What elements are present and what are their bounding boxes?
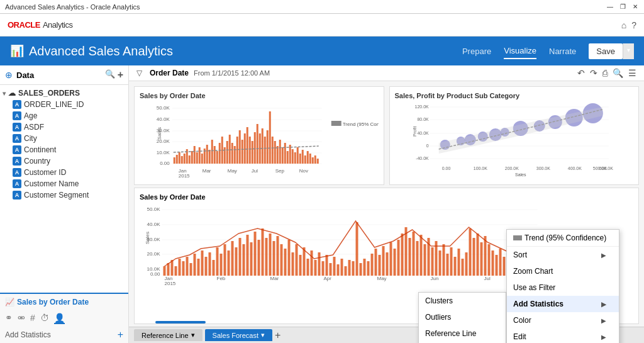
menu-icon[interactable]: ☰: [628, 68, 636, 78]
add-statistics-row[interactable]: Add Statistics +: [0, 327, 128, 343]
header-bar: 📊 Advanced Sales Analytics Prepare Visua…: [0, 37, 644, 65]
attr-type-icon: A: [13, 111, 21, 120]
tab-sales-forecast[interactable]: Sales Forecast ▾: [205, 329, 272, 341]
sidebar-search-icon[interactable]: 🔍: [105, 69, 115, 81]
help-icon[interactable]: ?: [631, 20, 636, 30]
field-customer-segment[interactable]: A Customer Segment: [0, 189, 128, 201]
svg-rect-37: [234, 146, 236, 164]
svg-rect-186: [397, 240, 400, 276]
nav-prepare[interactable]: Prepare: [462, 44, 491, 59]
svg-rect-182: [382, 246, 385, 276]
svg-rect-53: [274, 141, 276, 164]
save-button[interactable]: Save: [589, 43, 623, 59]
chain-icon[interactable]: ⚮: [18, 313, 25, 324]
menu-right-trend-confidence[interactable]: Trend (95% Confidence): [507, 230, 619, 246]
close-button[interactable]: ✕: [631, 3, 639, 11]
sidebar-add-icon[interactable]: +: [118, 69, 123, 81]
svg-rect-124: [164, 266, 166, 276]
field-label: Customer Name: [24, 179, 79, 188]
svg-text:40.0K: 40.0K: [147, 222, 161, 227]
field-city[interactable]: A City: [0, 133, 128, 144]
attr-type-icon: A: [13, 123, 21, 132]
add-tab-button[interactable]: +: [275, 330, 280, 341]
save-button-group: Save ▾: [589, 43, 634, 59]
svg-rect-179: [371, 254, 374, 276]
field-label: ASDF: [24, 123, 44, 132]
menu-right-use-as-filter[interactable]: Use as Filter: [507, 279, 619, 296]
menu-right-edit[interactable]: Edit ▶: [507, 329, 619, 343]
nav-narrate[interactable]: Narrate: [549, 44, 576, 59]
attr-type-icon: A: [13, 157, 21, 166]
svg-rect-168: [330, 263, 332, 276]
svg-rect-39: [239, 130, 241, 164]
svg-rect-80: [331, 121, 341, 126]
menu-item-outliers[interactable]: Outliers: [419, 309, 506, 325]
menu-right-add-statistics[interactable]: Add Statistics ▶: [507, 296, 619, 312]
link-icon[interactable]: ⚭: [5, 313, 13, 324]
svg-rect-134: [201, 250, 204, 276]
field-customer-id[interactable]: A Customer ID: [0, 167, 128, 178]
svg-rect-58: [287, 151, 289, 164]
add-statistics-icon[interactable]: +: [118, 329, 123, 340]
top-nav: ORACLEAnalytics ⌂ ?: [0, 14, 644, 37]
field-customer-name[interactable]: A Customer Name: [0, 178, 128, 189]
app-title-text: Advanced Sales Analytics: [29, 44, 173, 59]
tab-dropdown-icon[interactable]: ▾: [261, 331, 265, 339]
svg-text:Sep: Sep: [275, 168, 285, 174]
svg-rect-28: [211, 140, 213, 164]
field-continent[interactable]: A Continent: [0, 144, 128, 155]
svg-text:10.0K: 10.0K: [157, 150, 170, 155]
data-icon: ⊕: [5, 70, 13, 80]
svg-rect-13: [174, 157, 175, 164]
svg-rect-171: [341, 259, 343, 276]
svg-rect-129: [182, 261, 185, 276]
svg-rect-64: [302, 150, 304, 164]
save-dropdown-arrow[interactable]: ▾: [623, 43, 634, 59]
tab-dropdown-icon[interactable]: ▾: [191, 331, 195, 339]
top-right-chart: Sales, Profit by Product Sub Category 12…: [389, 86, 640, 185]
menu-item-clusters[interactable]: Clusters: [419, 293, 506, 309]
svg-rect-187: [401, 233, 404, 276]
datasource-item[interactable]: ▾ ☁ SALES_ORDERS: [0, 87, 128, 99]
scroll-handle[interactable]: [155, 321, 206, 323]
svg-rect-26: [206, 145, 208, 164]
svg-text:40.0K: 40.0K: [157, 116, 170, 122]
svg-text:600.0K: 600.0K: [599, 166, 613, 171]
svg-rect-181: [379, 255, 381, 276]
svg-rect-178: [367, 261, 370, 276]
field-order-line-id[interactable]: A ORDER_LINE_ID: [0, 99, 128, 110]
field-country[interactable]: A Country: [0, 155, 128, 167]
undo-icon[interactable]: ↶: [577, 68, 585, 78]
top-left-chart: Sales by Order Date 50.0K 40.0K 30.0K 20…: [134, 86, 384, 185]
svg-rect-61: [294, 152, 296, 164]
svg-rect-67: [309, 154, 311, 164]
sidebar-header: ⊕ Data 🔍 +: [0, 65, 128, 85]
svg-rect-63: [299, 154, 301, 164]
svg-text:300.0K: 300.0K: [536, 166, 550, 171]
svg-rect-136: [209, 252, 211, 276]
redo-icon[interactable]: ↷: [590, 68, 597, 78]
attr-type-icon: A: [13, 100, 21, 109]
share-icon[interactable]: ⎙: [602, 68, 608, 78]
svg-rect-183: [386, 252, 389, 276]
menu-item-label: Sort: [513, 250, 527, 259]
svg-rect-165: [318, 252, 321, 276]
search-icon[interactable]: 🔍: [613, 68, 623, 78]
tab-reference-line[interactable]: Reference Line ▾: [134, 329, 203, 341]
menu-right-zoom-chart[interactable]: Zoom Chart: [507, 263, 619, 279]
menu-right-sort[interactable]: Sort ▶: [507, 247, 619, 263]
minimize-button[interactable]: —: [606, 3, 614, 11]
menu-item-reference-line[interactable]: Reference Line: [419, 325, 506, 342]
clock-icon[interactable]: ⏱: [40, 313, 49, 324]
restore-button[interactable]: ❐: [619, 3, 626, 11]
svg-rect-142: [231, 241, 234, 276]
svg-text:20.0K: 20.0K: [147, 251, 161, 257]
grid-icon[interactable]: #: [30, 313, 35, 324]
home-icon[interactable]: ⌂: [621, 20, 626, 30]
field-age[interactable]: A Age: [0, 110, 128, 121]
field-asdf[interactable]: A ASDF: [0, 121, 128, 133]
stats-icon[interactable]: 👤: [54, 313, 65, 324]
nav-visualize[interactable]: Visualize: [504, 43, 536, 59]
attr-type-icon: A: [13, 134, 21, 143]
menu-right-color[interactable]: Color ▶: [507, 312, 619, 329]
